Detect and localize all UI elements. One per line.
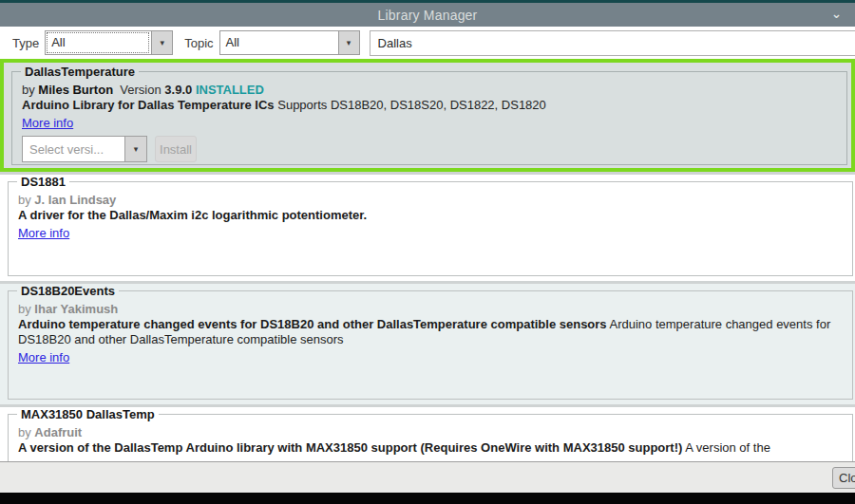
version-select-button[interactable]: ▾: [124, 136, 147, 162]
version-controls: Select versi... ▾ Install: [22, 136, 839, 162]
library-version: 3.9.0: [164, 83, 192, 97]
topic-label: Topic: [184, 36, 213, 50]
library-byline: by Adafruit: [18, 425, 845, 439]
type-label: Type: [12, 36, 39, 50]
library-author: Miles Burton: [38, 83, 113, 97]
chevron-down-icon[interactable]: ⌄: [831, 7, 842, 22]
dropdown-arrow-icon: ▾: [347, 38, 352, 47]
dialog-titlebar: Library Manager ⌄: [0, 0, 855, 27]
search-input[interactable]: [370, 30, 855, 56]
bottom-black-bar: [0, 493, 855, 504]
type-dropdown-button[interactable]: ▾: [151, 30, 173, 55]
more-info-link[interactable]: More info: [22, 116, 73, 130]
more-info-link[interactable]: More info: [18, 226, 69, 240]
library-description: Arduino temperature changed events for D…: [18, 317, 845, 347]
filter-bar: Type All ▾ Topic All ▾: [0, 27, 855, 59]
type-dropdown[interactable]: All ▾: [45, 30, 173, 55]
library-description: A driver for the Dallas/Maxim i2c logari…: [18, 208, 845, 223]
library-name: DS1881: [17, 175, 69, 189]
library-byline: by Ihar Yakimush: [18, 302, 845, 316]
type-dropdown-value[interactable]: All: [45, 30, 151, 55]
library-name: DallasTemperature: [21, 65, 139, 79]
library-byline: by J. Ian Lindsay: [18, 193, 845, 207]
version-select[interactable]: Select versi...: [22, 136, 124, 162]
library-entry-dallastemperature[interactable]: DallasTemperature by Miles Burton Versio…: [0, 59, 855, 172]
more-info-link[interactable]: More info: [18, 350, 69, 364]
installed-badge: INSTALLED: [196, 83, 264, 97]
library-description: Arduino Library for Dallas Temperature I…: [22, 98, 839, 113]
dialog-footer: Close: [0, 461, 855, 493]
library-entry-ds18b20events[interactable]: DS18B20Events by Ihar Yakimush Arduino t…: [0, 284, 855, 404]
dialog-title: Library Manager: [378, 8, 478, 23]
library-name: MAX31850 DallasTemp: [17, 407, 159, 421]
topic-dropdown-button[interactable]: ▾: [338, 30, 360, 55]
library-entry-max31850-dallastemp[interactable]: MAX31850 DallasTemp by Adafruit A versio…: [0, 407, 855, 461]
library-byline: by Miles Burton Version 3.9.0 INSTALLED: [22, 83, 839, 97]
close-button[interactable]: Close: [832, 467, 855, 489]
library-entry-ds1881[interactable]: DS1881 by J. Ian Lindsay A driver for th…: [0, 175, 855, 281]
library-name: DS18B20Events: [17, 284, 119, 298]
dropdown-arrow-icon: ▾: [134, 144, 139, 154]
topic-dropdown-value[interactable]: All: [219, 30, 338, 55]
library-author: Adafruit: [34, 425, 82, 439]
library-list: DallasTemperature by Miles Burton Versio…: [0, 59, 855, 461]
install-button[interactable]: Install: [155, 136, 197, 162]
topic-dropdown[interactable]: All ▾: [219, 30, 360, 55]
dropdown-arrow-icon: ▾: [160, 38, 164, 47]
library-author: Ihar Yakimush: [34, 302, 118, 316]
library-author: J. Ian Lindsay: [34, 193, 116, 207]
library-description: A version of the DallasTemp Arduino libr…: [18, 440, 845, 456]
